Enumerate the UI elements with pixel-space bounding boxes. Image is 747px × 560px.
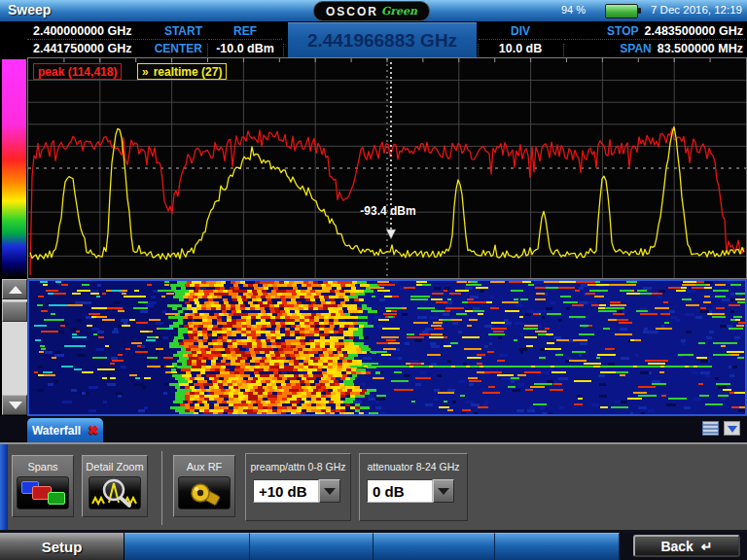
ref-value-row: -10.0 dBm	[208, 40, 282, 56]
start-value: 2.400000000 GHz	[33, 24, 131, 38]
setup-label: Setup	[42, 539, 83, 555]
spans-icon	[17, 476, 69, 509]
span-row[interactable]: SPAN 83.500000 MHz	[564, 40, 745, 56]
start-center-block[interactable]: 2.400000000 GHz START 2.441750000 GHz CE…	[27, 22, 206, 56]
preamp-value[interactable]: +10 dB	[253, 479, 319, 503]
start-label: START	[164, 24, 202, 38]
rf-connector-icon	[178, 476, 231, 509]
arrow-up-icon	[9, 286, 22, 294]
attenuator-dropdown-button[interactable]	[433, 479, 454, 503]
div-label-row: DIV	[479, 22, 562, 40]
stop-row[interactable]: STOP 2.483500000 GHz	[564, 22, 745, 40]
scroll-down-button[interactable]	[2, 395, 27, 415]
close-icon[interactable]: ✖	[88, 423, 98, 438]
attenuator-dropdown[interactable]: 0 dB	[367, 479, 467, 503]
spans-button-label: Spans	[27, 461, 57, 472]
softkey-blank-1[interactable]	[124, 533, 250, 560]
mode-title: Sweep	[8, 2, 51, 18]
dropdown-arrow-icon	[438, 488, 449, 495]
tab-waterfall[interactable]: Waterfall ✖	[27, 418, 103, 442]
detail-zoom-button-label: Detail Zoom	[86, 461, 143, 472]
softkey-blank-4[interactable]	[495, 533, 620, 560]
div-value: 10.0 dB	[499, 42, 542, 55]
detail-zoom-button[interactable]: Detail Zoom	[82, 455, 148, 517]
div-value-row: 10.0 dB	[479, 40, 562, 56]
window-layout-icon[interactable]	[702, 421, 719, 436]
waterfall-control-panel: Spans Detail Zoom Aux RF	[0, 442, 747, 530]
trace-advance-icon: »	[142, 65, 149, 79]
ref-label-row: REF	[208, 22, 282, 40]
dock-panel-icon[interactable]	[724, 421, 740, 436]
span-value: 83.500000 MHz	[658, 42, 743, 55]
spectrum-plot[interactable]: peak (114,418) » realtime (27) -93.4 dBm	[27, 57, 747, 279]
ref-block[interactable]: REF -10.0 dBm	[208, 22, 282, 56]
back-label: Back	[660, 539, 693, 554]
stop-label: STOP	[607, 24, 638, 38]
setup-softkey[interactable]: Setup	[0, 533, 124, 560]
battery-tip	[638, 8, 641, 14]
amplitude-colorbar	[2, 59, 26, 277]
datetime: 7 Dec 2016, 12:19	[651, 4, 742, 16]
peak-trace-text: peak (114,418)	[38, 65, 117, 79]
stop-value: 2.483500000 GHz	[645, 24, 743, 38]
preamp-dropdown[interactable]: +10 dB	[253, 479, 350, 503]
scroll-up-button[interactable]	[2, 279, 27, 299]
waterfall-pixels	[29, 281, 745, 414]
aux-rf-button-label: Aux RF	[187, 461, 223, 472]
attenuator-value[interactable]: 0 dB	[367, 479, 433, 503]
return-arrow-icon: ↵	[701, 539, 713, 554]
span-label: SPAN	[620, 42, 651, 55]
scroll-thumb[interactable]	[2, 301, 27, 322]
ref-label: REF	[233, 24, 257, 38]
spans-button[interactable]: Spans	[12, 455, 74, 517]
preamp-dropdown-button[interactable]	[319, 479, 340, 503]
dropdown-arrow-icon	[324, 488, 336, 495]
span-chip-green	[48, 492, 65, 505]
oscor-screen: Sweep OSCOR Green 94 % 7 Dec 2016, 12:19…	[0, 0, 747, 560]
center-row[interactable]: 2.441750000 GHz CENTER	[27, 40, 206, 56]
waterfall-scrollbar[interactable]	[2, 279, 27, 415]
tab-bar: Waterfall ✖	[0, 416, 747, 442]
oscor-logo: OSCOR Green	[313, 1, 430, 21]
ref-value: -10.0 dBm	[216, 42, 274, 55]
div-block[interactable]: DIV 10.0 dB	[479, 22, 562, 56]
dock-arrow-icon	[728, 426, 737, 433]
battery-icon	[605, 4, 638, 18]
back-button[interactable]: Back ↵	[633, 535, 740, 557]
realtime-trace-label[interactable]: » realtime (27)	[137, 63, 227, 80]
attenuator-label: attenuator 8-24 GHz	[360, 461, 467, 472]
logo-green-text: Green	[381, 5, 417, 18]
realtime-trace-text: realtime (27)	[154, 65, 223, 79]
marker-frequency: 2.441966883 GHz	[307, 30, 457, 52]
attenuator-group: attenuator 8-24 GHz 0 dB	[359, 453, 468, 521]
logo-text: OSCOR	[326, 5, 378, 18]
title-bar: Sweep OSCOR Green 94 % 7 Dec 2016, 12:19	[0, 0, 747, 22]
softkey-blank-2[interactable]	[250, 533, 374, 560]
stop-span-block[interactable]: STOP 2.483500000 GHz SPAN 83.500000 MHz	[564, 22, 745, 56]
panel-edge-accent	[0, 444, 8, 530]
div-label: DIV	[511, 24, 530, 38]
center-label: CENTER	[155, 42, 202, 55]
arrow-down-icon	[9, 402, 22, 409]
preamp-group: preamp/attn 0-8 GHz +10 dB	[245, 453, 351, 521]
softkey-bar: Setup Back ↵	[0, 533, 747, 560]
aux-rf-button[interactable]: Aux RF	[173, 455, 235, 517]
spectrum-traces	[28, 58, 746, 278]
marker-frequency-display: 2.441966883 GHz	[288, 22, 477, 57]
waterfall-display	[27, 279, 747, 416]
peak-trace-label[interactable]: peak (114,418)	[33, 63, 122, 80]
marker-level-readout: -93.4 dBm	[320, 204, 456, 218]
start-row[interactable]: 2.400000000 GHz START	[27, 22, 206, 40]
softkey-right-zone: Back ↵	[620, 533, 747, 560]
softkey-blank-3[interactable]	[374, 533, 495, 560]
panel-separator	[161, 451, 162, 525]
center-value: 2.441750000 GHz	[33, 42, 131, 55]
battery-percent: 94 %	[545, 4, 586, 16]
tab-label: Waterfall	[32, 424, 81, 438]
magnifier-icon	[89, 476, 141, 509]
preamp-label: preamp/attn 0-8 GHz	[246, 461, 350, 472]
